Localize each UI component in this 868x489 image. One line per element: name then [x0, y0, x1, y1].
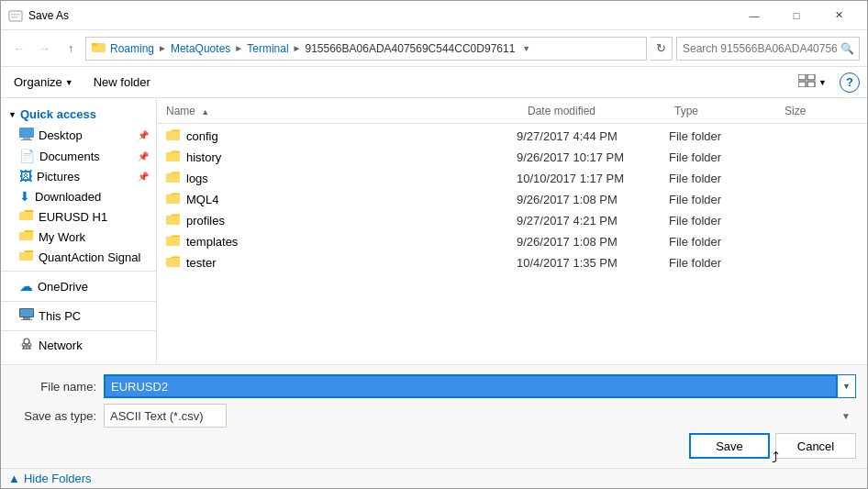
sidebar-item-desktop[interactable]: Desktop 📌	[1, 125, 156, 146]
breadcrumb-folder-icon	[92, 40, 106, 56]
breadcrumb[interactable]: Roaming ► MetaQuotes ► Terminal ► 915566…	[85, 37, 647, 61]
savetype-select[interactable]: ASCII Text (*.csv)	[104, 404, 227, 428]
close-button[interactable]: ✕	[818, 1, 860, 30]
file-date: 9/26/2017 10:17 PM	[517, 150, 663, 164]
hide-folders-label: Hide Folders	[24, 472, 92, 485]
sidebar-item-documents-label: Documents	[39, 150, 100, 163]
quick-access-header[interactable]: ▼ Quick access	[1, 104, 156, 125]
forward-button[interactable]: →	[34, 38, 56, 60]
sidebar-item-desktop-label: Desktop	[39, 128, 83, 142]
file-date: 10/10/2017 1:17 PM	[517, 172, 663, 185]
filename-row: File name: ▼	[12, 374, 856, 398]
dialog-title: Save As	[28, 9, 733, 22]
column-name[interactable]: Name ▲	[166, 105, 528, 117]
hide-folders-bar[interactable]: ▲ Hide Folders	[1, 468, 867, 488]
svg-rect-29	[166, 194, 180, 204]
filename-dropdown-icon[interactable]: ▼	[838, 374, 856, 398]
sidebar-item-mywork[interactable]: My Work	[1, 227, 156, 247]
folder-icon	[166, 171, 181, 186]
svg-rect-10	[23, 138, 30, 139]
svg-rect-26	[166, 131, 180, 140]
folder-icon	[166, 213, 181, 228]
back-button[interactable]: ←	[8, 38, 30, 60]
table-row[interactable]: logs 10/10/2017 1:17 PM File folder	[157, 168, 867, 189]
file-date: 9/26/2017 1:08 PM	[517, 235, 663, 249]
savetype-label: Save as type:	[12, 409, 104, 423]
table-row[interactable]: profiles 9/27/2017 4:21 PM File folder	[157, 210, 867, 231]
sidebar-item-documents[interactable]: 📄 Documents 📌	[1, 146, 156, 166]
column-size[interactable]: Size	[785, 105, 858, 117]
table-row[interactable]: config 9/27/2017 4:44 PM File folder	[157, 126, 867, 147]
sidebar-item-quantaction[interactable]: QuantAction Signal	[1, 247, 156, 267]
file-name: MQL4	[186, 193, 511, 206]
save-button[interactable]: Save	[689, 433, 770, 459]
file-type: File folder	[669, 256, 779, 270]
filename-label: File name:	[12, 380, 104, 394]
column-type[interactable]: Type	[674, 105, 785, 117]
file-type: File folder	[669, 235, 779, 249]
organize-toolbar: Organize ▼ New folder ▼ ?	[1, 67, 867, 98]
sidebar-item-onedrive[interactable]: ☁ OneDrive	[1, 275, 156, 297]
new-folder-button[interactable]: New folder	[86, 72, 158, 92]
title-bar: Save As — □ ✕	[1, 1, 867, 30]
pin-icon: 📌	[138, 130, 149, 140]
search-input[interactable]	[676, 37, 860, 61]
breadcrumb-terminal[interactable]: Terminal	[247, 42, 288, 55]
file-name: tester	[186, 256, 511, 270]
sidebar-item-mywork-label: My Work	[39, 230, 85, 244]
minimize-button[interactable]: —	[733, 1, 775, 30]
sidebar-item-thispc[interactable]: This PC	[1, 306, 156, 327]
breadcrumb-dropdown-icon[interactable]: ▼	[522, 44, 530, 53]
organize-button[interactable]: Organize ▼	[8, 72, 79, 92]
table-row[interactable]: templates 9/26/2017 1:08 PM File folder	[157, 231, 867, 252]
title-bar-buttons: — □ ✕	[733, 1, 860, 30]
address-toolbar: ← → ↑ Roaming ► MetaQuotes ► Terminal ► …	[1, 30, 867, 67]
filename-input[interactable]	[104, 374, 838, 398]
svg-rect-16	[20, 309, 33, 317]
dialog-icon	[8, 8, 23, 23]
file-date: 9/26/2017 1:08 PM	[517, 193, 663, 206]
pictures-icon: 🖼	[19, 169, 32, 183]
file-name: templates	[186, 235, 511, 249]
file-type: File folder	[669, 193, 779, 206]
svg-rect-13	[19, 232, 33, 240]
svg-rect-4	[92, 43, 97, 46]
table-row[interactable]: MQL4 9/26/2017 1:08 PM File folder	[157, 189, 867, 210]
organize-label: Organize	[14, 75, 62, 89]
up-button[interactable]: ↑	[60, 38, 82, 60]
file-name: logs	[186, 172, 511, 185]
sidebar-item-downloaded-label: Downloaded	[35, 190, 101, 204]
file-name: history	[186, 150, 511, 164]
sidebar-divider-3	[1, 330, 156, 331]
documents-icon: 📄	[19, 149, 35, 163]
sidebar-item-eurusd[interactable]: EURUSD H1	[1, 206, 156, 227]
file-type: File folder	[669, 214, 779, 228]
svg-rect-7	[798, 82, 806, 87]
file-type: File folder	[669, 129, 779, 143]
svg-rect-17	[23, 317, 30, 319]
table-row[interactable]: history 9/26/2017 10:17 PM File folder	[157, 147, 867, 168]
refresh-button[interactable]: ↻	[651, 37, 673, 61]
file-type: File folder	[669, 172, 779, 185]
table-row[interactable]: tester 10/4/2017 1:35 PM File folder	[157, 252, 867, 273]
file-list-header: Name ▲ Date modified Type Size	[157, 98, 867, 124]
sidebar-section-label: Quick access	[20, 107, 96, 121]
sidebar-item-pictures[interactable]: 🖼 Pictures 📌	[1, 166, 156, 186]
organize-dropdown-icon: ▼	[65, 78, 73, 87]
cancel-button[interactable]: Cancel	[775, 433, 856, 459]
sidebar-item-network[interactable]: Network	[1, 335, 156, 356]
svg-rect-12	[19, 212, 33, 220]
breadcrumb-metaquotes[interactable]: MetaQuotes	[171, 42, 230, 55]
sidebar-item-downloaded[interactable]: ⬇ Downloaded	[1, 186, 156, 206]
desktop-icon	[19, 128, 34, 143]
mywork-folder-icon	[19, 229, 34, 244]
thispc-icon	[19, 308, 34, 324]
column-date[interactable]: Date modified	[528, 105, 674, 117]
breadcrumb-roaming[interactable]: Roaming	[110, 42, 154, 55]
content-area: ▼ Quick access Desktop 📌 📄 Document	[1, 98, 867, 364]
maximize-button[interactable]: □	[775, 1, 818, 30]
view-button[interactable]: ▼	[793, 72, 832, 93]
svg-rect-14	[19, 252, 33, 261]
view-icon	[798, 74, 817, 90]
help-button[interactable]: ?	[840, 72, 860, 93]
